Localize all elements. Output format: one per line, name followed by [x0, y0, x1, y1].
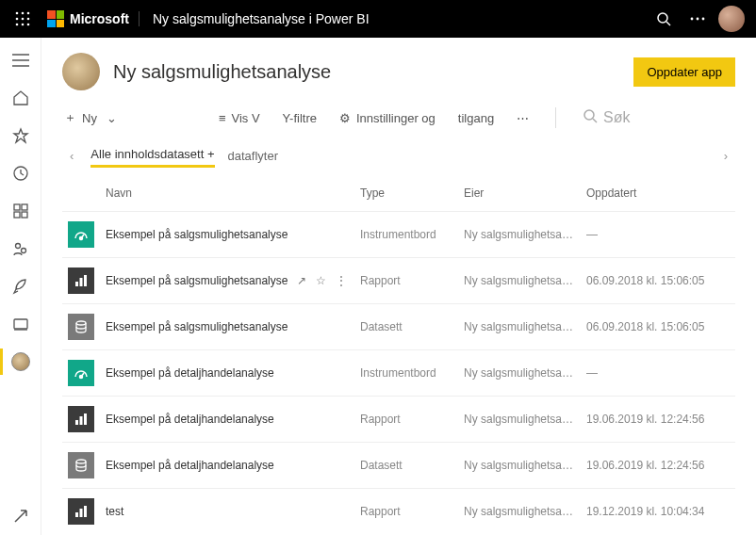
chevron-down-icon: ⌄ [107, 111, 117, 125]
table-row[interactable]: Eksempel på salgsmulighetsanalyse↗☆⋮Inst… [62, 212, 735, 258]
svg-point-11 [691, 18, 694, 21]
filters-button[interactable]: Y-filtre [283, 111, 317, 125]
tab-dataflows[interactable]: dataflyter [228, 145, 278, 167]
item-type: Instrumentbord [354, 350, 458, 397]
workspace-title: Ny salgsmulighetsanalyse [113, 61, 620, 83]
favorite-icon[interactable]: ☆ [316, 274, 326, 287]
search-workspace[interactable]: Søk [583, 108, 630, 127]
left-nav-rail [0, 38, 41, 535]
svg-point-13 [702, 18, 705, 21]
svg-rect-21 [22, 212, 27, 218]
new-button[interactable]: ＋ Ny ⌄ [64, 109, 117, 126]
nav-collapse-button[interactable] [0, 41, 41, 79]
nav-shared[interactable] [0, 230, 41, 268]
column-header-type[interactable]: Type [354, 177, 458, 212]
svg-rect-20 [14, 212, 20, 218]
item-updated: 19.06.2019 kl. 12:24:56 [581, 443, 735, 489]
nav-get-data[interactable] [0, 497, 41, 535]
table-row[interactable]: Eksempel på detaljhandelanalyse↗☆⋮Datase… [62, 443, 735, 489]
svg-rect-19 [22, 204, 27, 210]
item-name: Eksempel på salgsmulighetsanalyse [106, 228, 288, 241]
svg-point-3 [16, 18, 19, 21]
svg-rect-31 [80, 278, 83, 286]
item-type: Instrumentbord [354, 212, 458, 258]
item-name: Eksempel på detaljhandelanalyse [106, 366, 274, 380]
svg-rect-18 [14, 204, 20, 210]
column-header-updated[interactable]: Oppdatert [581, 177, 735, 212]
settings-button[interactable]: ⚙ Innstillinger og [339, 111, 436, 125]
microsoft-logo[interactable]: Microsoft [38, 10, 139, 27]
content-tabs: ‹ Alle innholdsdatasett + dataflyter › [62, 143, 735, 168]
workspace-avatar-icon [11, 352, 30, 371]
row-more-icon[interactable]: ⋮ [336, 274, 347, 287]
settings-label: Innstillinger og [356, 111, 436, 125]
svg-line-27 [593, 119, 597, 122]
item-type: Rapport [354, 258, 458, 304]
more-options-button[interactable] [681, 0, 715, 38]
svg-line-10 [666, 22, 670, 25]
svg-point-33 [76, 321, 86, 325]
nav-workspace-current[interactable] [0, 343, 41, 381]
table-row[interactable]: test↗☆⋮RapportNy salgsmulighetsana…19.12… [62, 489, 735, 535]
nav-learn[interactable] [0, 305, 41, 343]
item-name: Eksempel på detaljhandelanalyse [106, 413, 274, 426]
svg-rect-24 [14, 319, 27, 329]
view-button[interactable]: ≡ Vis V [219, 111, 260, 125]
user-avatar[interactable] [718, 6, 745, 32]
update-app-button[interactable]: Oppdater app [633, 57, 735, 87]
item-name: Eksempel på salgsmulighetsanalyse [106, 274, 288, 287]
content-table: Navn Type Eier Oppdatert Eksempel på sal… [62, 177, 735, 534]
svg-point-0 [16, 12, 19, 15]
svg-point-39 [76, 460, 86, 463]
view-label: Vis V [231, 111, 259, 125]
tabs-scroll-left[interactable]: ‹ [66, 145, 77, 167]
item-updated: 06.09.2018 kl. 15:06:05 [581, 304, 735, 350]
nav-home[interactable] [0, 79, 41, 117]
item-owner: Ny salgsmulighetsana… [458, 304, 581, 350]
item-name: Eksempel på detaljhandelanalyse [106, 459, 274, 472]
svg-point-7 [22, 24, 25, 26]
table-row[interactable]: Eksempel på salgsmulighetsanalyse↗☆⋮Data… [62, 304, 735, 350]
nav-recent[interactable] [0, 154, 41, 192]
svg-rect-41 [80, 509, 83, 517]
report-icon [68, 268, 94, 294]
svg-point-8 [27, 24, 30, 26]
nav-deployment[interactable] [0, 268, 41, 305]
svg-point-5 [27, 18, 30, 21]
table-row[interactable]: Eksempel på detaljhandelanalyse↗☆⋮Rappor… [62, 397, 735, 443]
item-owner: Ny salgsmulighetsana… [458, 212, 581, 258]
item-name: Eksempel på salgsmulighetsanalyse [106, 320, 288, 333]
toolbar-more-button[interactable]: ⋯ [517, 111, 529, 125]
svg-point-4 [22, 18, 25, 21]
tabs-scroll-right[interactable]: › [720, 145, 731, 167]
svg-point-12 [697, 18, 699, 21]
dataset-icon [68, 314, 94, 340]
column-header-owner[interactable]: Eier [458, 177, 581, 212]
svg-point-9 [658, 13, 667, 23]
share-icon[interactable]: ↗ [297, 274, 306, 287]
item-type: Datasett [354, 304, 458, 350]
column-header-name[interactable]: Navn [100, 177, 354, 212]
item-updated: — [581, 212, 735, 258]
access-button[interactable]: tilgang [458, 111, 494, 125]
svg-rect-40 [75, 512, 78, 517]
new-label: Ny [82, 111, 97, 125]
item-updated: — [581, 350, 735, 397]
nav-apps[interactable] [0, 192, 41, 230]
tab-all-content[interactable]: Alle innholdsdatasett + [90, 143, 214, 168]
workspace-header: Ny salgsmulighetsanalyse Oppdater app [62, 53, 735, 90]
svg-rect-36 [75, 420, 78, 425]
svg-point-22 [15, 244, 20, 249]
table-row[interactable]: Eksempel på salgsmulighetsanalyse↗☆⋮Rapp… [62, 258, 735, 304]
item-type: Rapport [354, 397, 458, 443]
svg-rect-30 [75, 282, 78, 286]
dashboard-icon [68, 221, 94, 248]
app-launcher-button[interactable] [8, 11, 38, 26]
list-icon: ≡ [219, 111, 226, 125]
item-updated: 19.06.2019 kl. 12:24:56 [581, 397, 735, 443]
search-icon [583, 108, 598, 127]
nav-favorites[interactable] [0, 117, 41, 154]
global-search-button[interactable] [647, 0, 681, 38]
svg-point-6 [16, 24, 19, 26]
table-row[interactable]: Eksempel på detaljhandelanalyse↗☆⋮Instru… [62, 350, 735, 397]
